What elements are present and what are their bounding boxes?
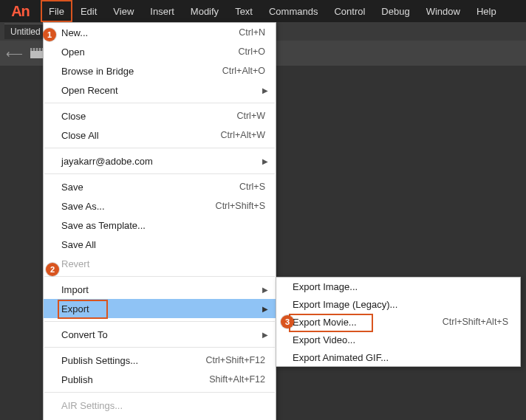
export-submenu: Export Image...Export Image (Legacy)...E…: [276, 277, 521, 367]
file-menu-item-save[interactable]: SaveCtrl+S: [44, 177, 276, 196]
menu-file[interactable]: File: [41, 0, 72, 22]
menu-insert[interactable]: Insert: [142, 0, 182, 22]
chevron-right-icon: ▶: [262, 331, 268, 339]
menu-item-label: Publish Settings...: [61, 355, 205, 366]
export-item-export-image[interactable]: Export Image...: [276, 278, 520, 295]
chevron-right-icon: ▶: [262, 286, 268, 294]
menu-item-label: AIR Settings...: [61, 400, 265, 411]
menu-modify[interactable]: Modify: [182, 0, 227, 22]
menu-item-label: Save: [61, 182, 239, 193]
submenu-item-label: Export Animated GIF...: [293, 352, 508, 363]
file-menu-item-save-as[interactable]: Save As...Ctrl+Shift+S: [44, 196, 276, 216]
chevron-right-icon: ▶: [262, 305, 268, 313]
step-badge-2: 2: [46, 263, 59, 276]
file-menu-item-export[interactable]: Export▶: [44, 299, 276, 318]
back-arrow-icon[interactable]: ⟵: [6, 47, 23, 61]
svg-rect-3: [35, 48, 36, 51]
file-menu-item-air-settings: AIR Settings...: [44, 396, 276, 415]
file-menu-item-browse-in-bridge[interactable]: Browse in BridgeCtrl+Alt+O: [44, 61, 276, 80]
menu-help[interactable]: Help: [468, 0, 505, 22]
file-menu-item-open[interactable]: OpenCtrl+O: [44, 42, 276, 61]
menu-item-label: Save All: [61, 239, 265, 250]
menu-text[interactable]: Text: [227, 0, 261, 22]
file-menu-item-save-as-template[interactable]: Save as Template...: [44, 216, 276, 235]
menu-commands[interactable]: Commands: [261, 0, 326, 22]
file-menu-item-new[interactable]: New...Ctrl+N: [44, 23, 276, 42]
menu-item-label: Convert To: [61, 329, 265, 340]
file-menu-item-revert: Revert: [44, 254, 276, 273]
menu-separator: [44, 103, 275, 103]
file-menu-item-save-all[interactable]: Save All: [44, 235, 276, 254]
menu-item-shortcut: Ctrl+Shift+S: [216, 201, 265, 211]
menu-item-shortcut: Ctrl+O: [239, 47, 265, 57]
menu-item-shortcut: Ctrl+Alt+W: [221, 130, 265, 140]
menu-item-label: Revert: [61, 258, 265, 269]
menu-item-shortcut: Ctrl+W: [236, 111, 265, 121]
svg-rect-4: [38, 48, 39, 51]
menu-separator: [44, 276, 275, 277]
document-tab[interactable]: Untitled: [4, 24, 47, 39]
file-menu-dropdown: New...Ctrl+NOpenCtrl+OBrowse in BridgeCt…: [43, 22, 276, 420]
file-menu-item-convert-to[interactable]: Convert To▶: [44, 325, 276, 344]
menu-item-shortcut: Ctrl+Alt+O: [222, 66, 265, 76]
menu-separator: [44, 148, 275, 148]
menu-item-label: Browse in Bridge: [61, 66, 222, 77]
file-menu-item-import[interactable]: Import▶: [44, 280, 276, 299]
menu-separator: [44, 321, 275, 322]
export-item-export-video[interactable]: Export Video...: [276, 331, 520, 348]
export-item-export-animated-gif[interactable]: Export Animated GIF...: [276, 348, 520, 366]
export-item-export-movie[interactable]: Export Movie...Ctrl+Shift+Alt+S: [276, 313, 520, 331]
menu-view[interactable]: View: [105, 0, 142, 22]
file-menu-item-publish-settings[interactable]: Publish Settings...Ctrl+Shift+F12: [44, 351, 276, 370]
svg-rect-2: [32, 48, 33, 51]
menu-item-label: jayakarr@adobe.com: [61, 156, 265, 167]
menu-item-label: Import: [61, 284, 265, 295]
menu-separator: [44, 173, 275, 174]
menu-item-label: Open Recent: [61, 85, 265, 96]
file-menu-item-publish[interactable]: PublishShift+Alt+F12: [44, 370, 276, 389]
menu-edit[interactable]: Edit: [72, 0, 105, 22]
submenu-item-label: Export Video...: [293, 334, 508, 345]
menu-item-shortcut: Ctrl+S: [239, 182, 265, 192]
step-badge-3: 3: [281, 315, 294, 328]
scene-icon[interactable]: [30, 48, 44, 58]
submenu-item-label: Export Image (Legacy)...: [293, 299, 508, 310]
menu-window[interactable]: Window: [418, 0, 468, 22]
title-bar: An File Edit View Insert Modify Text Com…: [0, 0, 526, 22]
menu-item-label: Export: [61, 303, 265, 314]
file-menu-item-open-recent[interactable]: Open Recent▶: [44, 80, 276, 100]
menubar: File Edit View Insert Modify Text Comman…: [41, 0, 505, 22]
file-menu-item-actionscript-settings: ActionScript Settings...: [44, 415, 276, 420]
menu-debug[interactable]: Debug: [373, 0, 417, 22]
file-menu-item-close[interactable]: CloseCtrl+W: [44, 106, 276, 125]
svg-rect-5: [41, 48, 42, 51]
menu-separator: [44, 347, 275, 348]
menu-item-label: Close: [61, 111, 236, 122]
svg-rect-0: [30, 51, 44, 58]
step-badge-1: 1: [43, 28, 56, 41]
menu-item-label: Save As...: [61, 201, 216, 212]
menu-item-shortcut: Shift+Alt+F12: [209, 374, 265, 385]
chevron-right-icon: ▶: [262, 157, 268, 165]
menu-item-label: New...: [61, 27, 239, 38]
menu-separator: [44, 392, 275, 393]
menu-item-label: Open: [61, 47, 239, 58]
submenu-item-label: Export Movie...: [293, 317, 443, 328]
app-logo: An: [0, 0, 41, 22]
menu-item-label: Close All: [61, 130, 221, 141]
submenu-item-label: Export Image...: [293, 281, 508, 292]
menu-item-label: Publish: [61, 374, 209, 385]
export-item-export-image-legacy[interactable]: Export Image (Legacy)...: [276, 295, 520, 313]
menu-item-label: Save as Template...: [61, 220, 265, 231]
menu-control[interactable]: Control: [326, 0, 373, 22]
file-menu-item-jayakarr-adobe-com[interactable]: jayakarr@adobe.com▶: [44, 151, 276, 171]
menu-item-shortcut: Ctrl+N: [239, 27, 265, 38]
menu-item-shortcut: Ctrl+Shift+F12: [205, 355, 265, 365]
chevron-right-icon: ▶: [262, 86, 268, 94]
file-menu-item-close-all[interactable]: Close AllCtrl+Alt+W: [44, 125, 276, 145]
submenu-item-shortcut: Ctrl+Shift+Alt+S: [443, 317, 508, 327]
